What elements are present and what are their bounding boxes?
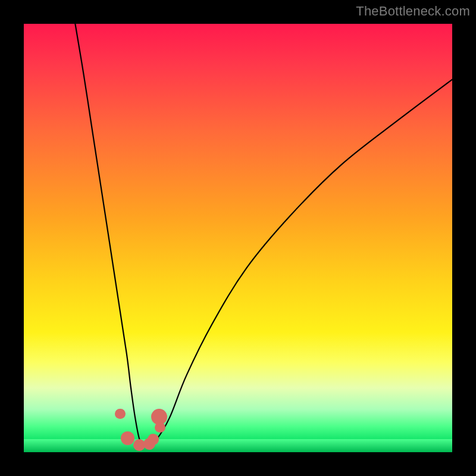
data-point-marker — [148, 434, 159, 445]
data-point-marker — [115, 409, 125, 419]
watermark-text: TheBottleneck.com — [356, 4, 470, 19]
plot-area — [24, 24, 452, 452]
chart-frame: TheBottleneck.com — [0, 0, 476, 476]
data-point-marker — [155, 422, 165, 433]
bottleneck-curve — [75, 24, 452, 447]
curve-svg — [24, 24, 452, 452]
